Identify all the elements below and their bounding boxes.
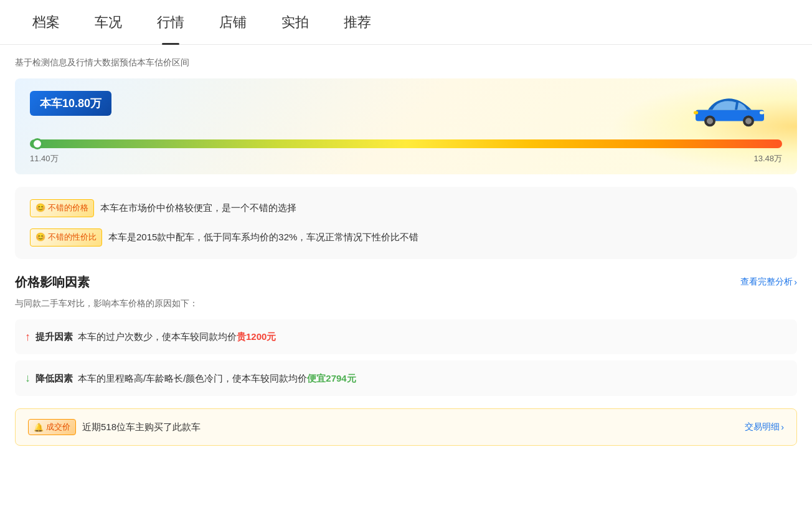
nav-item-hangqing[interactable]: 行情 xyxy=(139,0,202,45)
chevron-right-icon-2: › xyxy=(781,422,784,432)
price-range-max: 13.48万 xyxy=(753,153,782,164)
factor-up-price: 贵1200元 xyxy=(237,331,276,342)
price-range-min: 11.40万 xyxy=(30,153,59,164)
factors-header: 价格影响因素 查看完整分析 › xyxy=(15,274,797,291)
factor-down-price: 便宜2794元 xyxy=(307,373,356,383)
transaction-description: 近期518位车主购买了此款车 xyxy=(82,421,201,433)
nav-item-tuijian[interactable]: 推荐 xyxy=(326,0,389,45)
factor-down-item: ↓ 降低因素 本车的里程略高/车龄略长/颜色冷门，使本车较同款均价便宜2794元 xyxy=(15,360,797,396)
eval-card-value: 😊 不错的性价比 本车是2015款中配车，低于同车系均价的32%，车况正常情况下… xyxy=(30,228,782,247)
car-image xyxy=(692,93,767,127)
factor-up-item: ↑ 提升因素 本车的过户次数少，使本车较同款均价贵1200元 xyxy=(15,319,797,355)
price-factors-section: 价格影响因素 查看完整分析 › 与同款二手车对比，影响本车价格的原因如下： ↑ … xyxy=(15,274,797,397)
price-slider: 11.40万 13.48万 xyxy=(30,139,782,164)
arrow-up-icon: ↑ xyxy=(25,328,31,346)
chevron-right-icon: › xyxy=(794,277,797,287)
eval-card-price: 😊 不错的价格 本车在市场价中价格较便宜，是一个不错的选择 xyxy=(30,199,782,217)
eval-badge-value: 😊 不错的性价比 xyxy=(30,228,102,247)
view-full-analysis-link[interactable]: 查看完整分析 › xyxy=(740,276,797,288)
svg-rect-5 xyxy=(760,111,764,115)
transaction-left: 🔔 成交价 近期518位车主购买了此款车 xyxy=(28,419,201,435)
factor-down-label: 降低因素 xyxy=(35,371,73,386)
price-banner: 本车10.80万 xyxy=(15,78,797,174)
transaction-badge: 🔔 成交价 xyxy=(28,419,76,435)
slider-track xyxy=(30,139,782,148)
transaction-bell-icon: 🔔 xyxy=(34,423,44,432)
svg-point-2 xyxy=(707,118,713,125)
svg-rect-6 xyxy=(694,111,698,115)
evaluation-cards: 😊 不错的价格 本车在市场价中价格较便宜，是一个不错的选择 😊 不错的性价比 本… xyxy=(15,187,797,259)
price-range: 11.40万 13.48万 xyxy=(30,153,782,164)
top-navigation: 档案 车况 行情 店铺 实拍 推荐 xyxy=(0,0,812,45)
transaction-section: 🔔 成交价 近期518位车主购买了此款车 交易明细 › xyxy=(15,408,797,446)
slider-dot xyxy=(32,138,43,149)
factors-description: 与同款二手车对比，影响本车价格的原因如下： xyxy=(15,298,797,309)
price-subtitle: 基于检测信息及行情大数据预估本车估价区间 xyxy=(15,57,797,68)
nav-item-chekuang[interactable]: 车况 xyxy=(77,0,139,45)
eval-emoji-1: 😊 xyxy=(35,202,45,215)
factors-title: 价格影响因素 xyxy=(15,274,90,291)
eval-badge-price: 😊 不错的价格 xyxy=(30,199,94,217)
nav-item-shipai[interactable]: 实拍 xyxy=(264,0,326,45)
factor-up-label: 提升因素 xyxy=(35,329,73,344)
nav-item-dangan[interactable]: 档案 xyxy=(15,0,77,45)
eval-emoji-2: 😊 xyxy=(35,231,45,244)
factor-up-text: 本车的过户次数少，使本车较同款均价贵1200元 xyxy=(78,329,276,344)
arrow-down-icon: ↓ xyxy=(25,369,31,387)
factor-down-text: 本车的里程略高/车龄略长/颜色冷门，使本车较同款均价便宜2794元 xyxy=(78,371,356,386)
current-price-label: 本车10.80万 xyxy=(30,91,111,116)
main-content: 基于检测信息及行情大数据预估本车估价区间 本车10.80万 xyxy=(0,45,812,458)
transaction-detail-link[interactable]: 交易明细 › xyxy=(745,421,784,433)
svg-point-4 xyxy=(745,118,752,125)
nav-item-dianpu[interactable]: 店铺 xyxy=(202,0,264,45)
